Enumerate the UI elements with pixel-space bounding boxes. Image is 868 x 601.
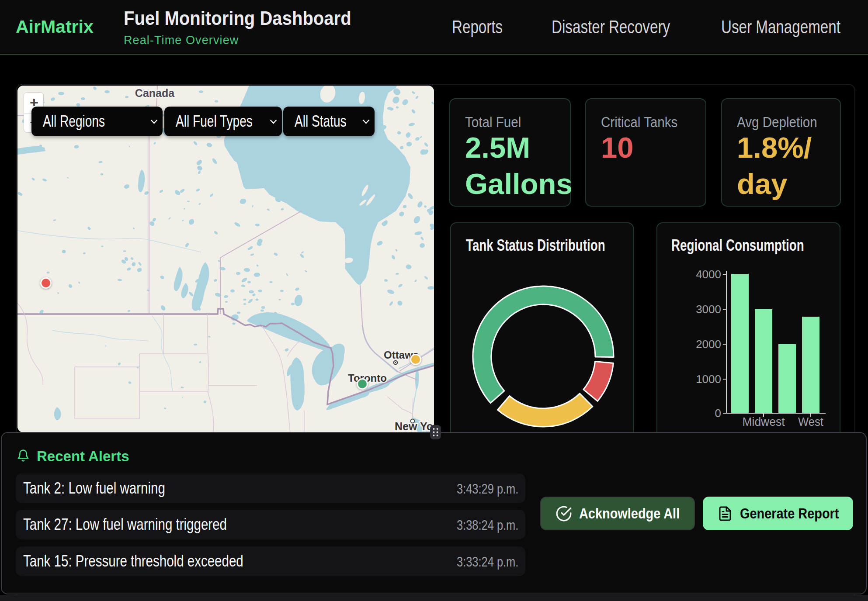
svg-text:West: West [798, 415, 823, 428]
svg-text:2000: 2000 [696, 338, 721, 351]
svg-text:1000: 1000 [696, 373, 721, 386]
svg-text:3000: 3000 [696, 303, 721, 316]
svg-text:Midwest: Midwest [743, 415, 785, 428]
svg-text:0: 0 [715, 407, 721, 420]
svg-text:Canada: Canada [135, 87, 175, 99]
svg-text:4000: 4000 [696, 268, 721, 281]
